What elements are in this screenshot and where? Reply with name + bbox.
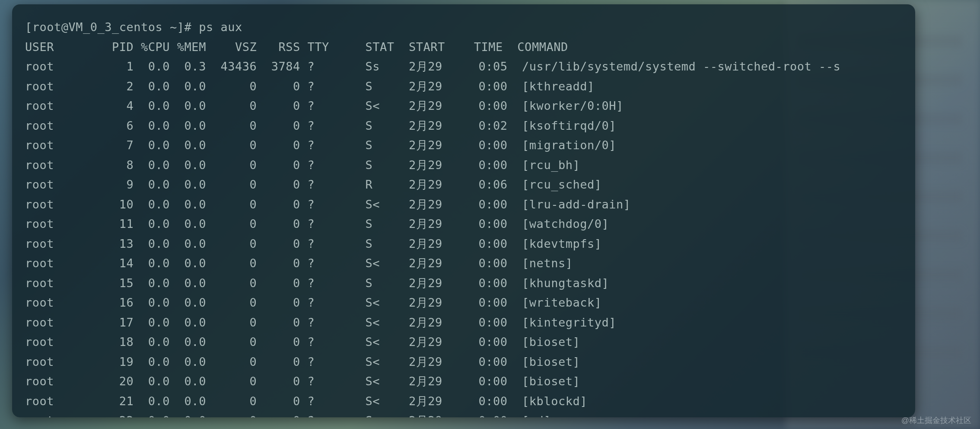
terminal-output: [root@VM_0_3_centos ~]# ps aux USER PID … (25, 17, 907, 417)
watermark-text: @稀土掘金技术社区 (901, 415, 971, 426)
terminal-window[interactable]: [root@VM_0_3_centos ~]# ps aux USER PID … (12, 4, 915, 417)
